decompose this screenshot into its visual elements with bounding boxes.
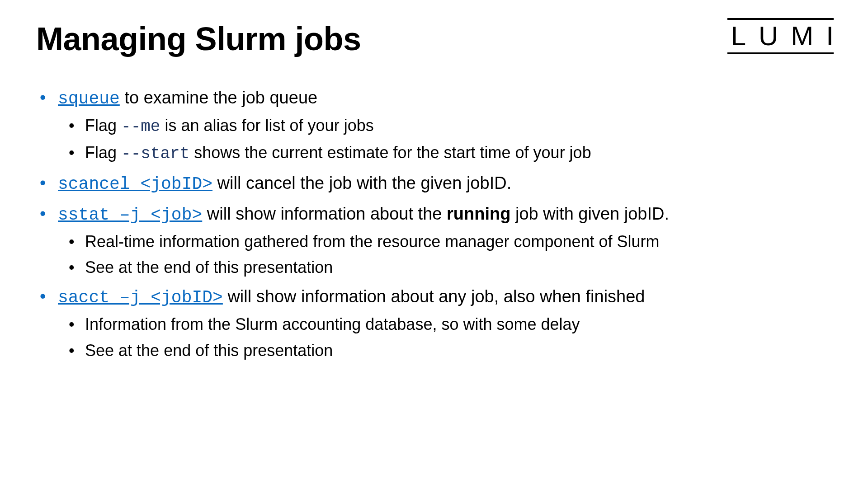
list-item: Information from the Slurm accounting da… <box>65 311 832 338</box>
bullet-list: squeue to examine the job queue Flag --m… <box>36 84 832 363</box>
text: is an alias for list of your jobs <box>160 116 373 135</box>
text: will cancel the job with the given jobID… <box>212 174 511 192</box>
slide-title: Managing Slurm jobs <box>36 20 832 57</box>
lumi-logo: LUMI <box>727 18 834 54</box>
cmd-sacct[interactable]: sacct –j <jobID> <box>58 288 223 307</box>
cmd-scancel[interactable]: scancel <jobID> <box>58 174 212 194</box>
text-bold: running <box>447 204 510 223</box>
list-item: See at the end of this presentation <box>65 338 832 364</box>
code-flag-start: --start <box>121 145 189 163</box>
text: job with given jobID. <box>510 204 669 223</box>
sacct-sublist: Information from the Slurm accounting da… <box>58 311 832 363</box>
text: to examine the job queue <box>120 88 317 107</box>
bullet-sstat: sstat –j <job> will show information abo… <box>36 201 832 281</box>
text: shows the current estimate for the start… <box>189 143 591 162</box>
text: will show information about the <box>202 204 447 223</box>
bullet-squeue: squeue to examine the job queue Flag --m… <box>36 84 832 167</box>
text: Real-time information gathered from the … <box>85 232 660 251</box>
text: will show information about any job, als… <box>223 287 645 306</box>
text: Flag <box>85 143 121 162</box>
text: See at the end of this presentation <box>85 341 333 360</box>
cmd-sstat[interactable]: sstat –j <job> <box>58 205 202 225</box>
sstat-sublist: Real-time information gathered from the … <box>58 229 832 281</box>
list-item: Real-time information gathered from the … <box>65 229 832 255</box>
list-item: See at the end of this presentation <box>65 254 832 281</box>
logo-text: LUMI <box>731 23 846 50</box>
slide: LUMI Managing Slurm jobs squeue to exami… <box>0 0 868 488</box>
bullet-sacct: sacct –j <jobID> will show information a… <box>36 283 832 363</box>
squeue-sublist: Flag --me is an alias for list of your j… <box>58 113 832 167</box>
bullet-scancel: scancel <jobID> will cancel the job with… <box>36 170 832 198</box>
text: Flag <box>85 116 121 135</box>
cmd-squeue[interactable]: squeue <box>58 89 120 108</box>
list-item: Flag --me is an alias for list of your j… <box>65 113 832 140</box>
code-flag-me: --me <box>121 117 160 136</box>
text: Information from the Slurm accounting da… <box>85 315 580 333</box>
list-item: Flag --start shows the current estimate … <box>65 140 832 167</box>
text: See at the end of this presentation <box>85 258 333 277</box>
